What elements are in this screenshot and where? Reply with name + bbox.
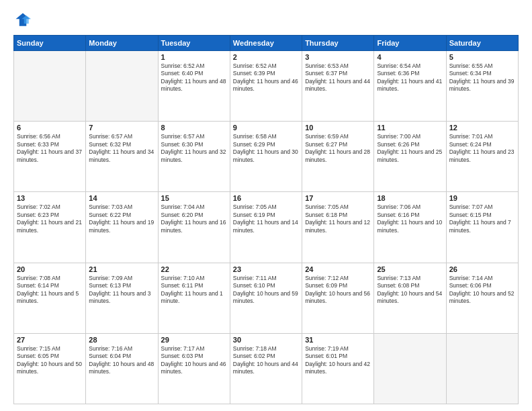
day-cell: 29Sunrise: 7:17 AMSunset: 6:03 PMDayligh…: [158, 333, 230, 404]
week-row-0: 1Sunrise: 6:52 AMSunset: 6:40 PMDaylight…: [14, 51, 519, 122]
day-cell: 7Sunrise: 6:57 AMSunset: 6:32 PMDaylight…: [86, 122, 158, 192]
day-cell: 2Sunrise: 6:52 AMSunset: 6:39 PMDaylight…: [230, 51, 302, 122]
day-cell: [374, 333, 446, 404]
day-info: Sunrise: 6:58 AMSunset: 6:29 PMDaylight:…: [233, 133, 299, 164]
day-info: Sunrise: 6:52 AMSunset: 6:39 PMDaylight:…: [233, 62, 299, 93]
day-cell: 28Sunrise: 7:16 AMSunset: 6:04 PMDayligh…: [86, 333, 158, 404]
day-cell: 19Sunrise: 7:07 AMSunset: 6:15 PMDayligh…: [446, 192, 518, 263]
day-number: 23: [233, 265, 299, 273]
day-number: 4: [377, 53, 443, 61]
day-info: Sunrise: 7:13 AMSunset: 6:08 PMDaylight:…: [377, 275, 443, 306]
day-header-saturday: Saturday: [446, 36, 518, 51]
day-number: 12: [449, 124, 515, 132]
day-info: Sunrise: 7:03 AMSunset: 6:22 PMDaylight:…: [89, 203, 154, 234]
day-info: Sunrise: 7:10 AMSunset: 6:11 PMDaylight:…: [161, 275, 227, 306]
week-row-4: 27Sunrise: 7:15 AMSunset: 6:05 PMDayligh…: [14, 333, 519, 404]
day-info: Sunrise: 6:52 AMSunset: 6:40 PMDaylight:…: [161, 62, 227, 93]
calendar-table: SundayMondayTuesdayWednesdayThursdayFrid…: [13, 35, 519, 404]
week-row-1: 6Sunrise: 6:56 AMSunset: 6:33 PMDaylight…: [14, 122, 519, 192]
day-cell: 16Sunrise: 7:05 AMSunset: 6:19 PMDayligh…: [230, 192, 302, 263]
day-number: 31: [305, 336, 371, 344]
day-cell: 15Sunrise: 7:04 AMSunset: 6:20 PMDayligh…: [158, 192, 230, 263]
day-info: Sunrise: 7:00 AMSunset: 6:26 PMDaylight:…: [377, 133, 443, 164]
day-info: Sunrise: 7:06 AMSunset: 6:16 PMDaylight:…: [377, 203, 443, 234]
day-cell: 3Sunrise: 6:53 AMSunset: 6:37 PMDaylight…: [302, 51, 374, 122]
day-info: Sunrise: 7:17 AMSunset: 6:03 PMDaylight:…: [161, 345, 227, 376]
day-header-friday: Friday: [374, 36, 446, 51]
day-info: Sunrise: 7:08 AMSunset: 6:14 PMDaylight:…: [17, 275, 83, 306]
day-number: 17: [305, 194, 371, 202]
day-cell: 8Sunrise: 6:57 AMSunset: 6:30 PMDaylight…: [158, 122, 230, 192]
day-info: Sunrise: 7:04 AMSunset: 6:20 PMDaylight:…: [161, 203, 227, 234]
day-cell: 10Sunrise: 6:59 AMSunset: 6:27 PMDayligh…: [302, 122, 374, 192]
day-cell: 5Sunrise: 6:55 AMSunset: 6:34 PMDaylight…: [446, 51, 518, 122]
day-cell: 23Sunrise: 7:11 AMSunset: 6:10 PMDayligh…: [230, 263, 302, 333]
day-cell: [446, 333, 518, 404]
day-cell: [86, 51, 158, 122]
day-number: 25: [377, 265, 443, 273]
day-number: 28: [89, 336, 154, 344]
day-cell: 22Sunrise: 7:10 AMSunset: 6:11 PMDayligh…: [158, 263, 230, 333]
day-number: 14: [89, 194, 154, 202]
day-number: 9: [233, 124, 299, 132]
day-number: 3: [305, 53, 371, 61]
day-cell: 18Sunrise: 7:06 AMSunset: 6:16 PMDayligh…: [374, 192, 446, 263]
day-cell: 13Sunrise: 7:02 AMSunset: 6:23 PMDayligh…: [14, 192, 86, 263]
day-number: 24: [305, 265, 371, 273]
day-header-monday: Monday: [86, 36, 158, 51]
day-header-tuesday: Tuesday: [158, 36, 230, 51]
day-cell: 20Sunrise: 7:08 AMSunset: 6:14 PMDayligh…: [14, 263, 86, 333]
day-number: 26: [449, 265, 515, 273]
day-number: 1: [161, 53, 227, 61]
day-info: Sunrise: 7:11 AMSunset: 6:10 PMDaylight:…: [233, 275, 299, 306]
week-row-3: 20Sunrise: 7:08 AMSunset: 6:14 PMDayligh…: [14, 263, 519, 333]
day-cell: 21Sunrise: 7:09 AMSunset: 6:13 PMDayligh…: [86, 263, 158, 333]
day-cell: 30Sunrise: 7:18 AMSunset: 6:02 PMDayligh…: [230, 333, 302, 404]
day-header-thursday: Thursday: [302, 36, 374, 51]
day-number: 20: [17, 265, 83, 273]
day-number: 6: [17, 124, 83, 132]
header-row: SundayMondayTuesdayWednesdayThursdayFrid…: [14, 36, 519, 51]
day-number: 29: [161, 336, 227, 344]
day-number: 13: [17, 194, 83, 202]
day-number: 10: [305, 124, 371, 132]
day-number: 5: [449, 53, 515, 61]
day-cell: 27Sunrise: 7:15 AMSunset: 6:05 PMDayligh…: [14, 333, 86, 404]
logo-icon: [13, 11, 32, 30]
day-number: 27: [17, 336, 83, 344]
day-info: Sunrise: 7:07 AMSunset: 6:15 PMDaylight:…: [449, 203, 515, 234]
page: SundayMondayTuesdayWednesdayThursdayFrid…: [0, 0, 532, 411]
day-cell: 31Sunrise: 7:19 AMSunset: 6:01 PMDayligh…: [302, 333, 374, 404]
day-cell: 14Sunrise: 7:03 AMSunset: 6:22 PMDayligh…: [86, 192, 158, 263]
day-info: Sunrise: 7:15 AMSunset: 6:05 PMDaylight:…: [17, 345, 83, 376]
day-info: Sunrise: 7:05 AMSunset: 6:18 PMDaylight:…: [305, 203, 371, 234]
day-number: 15: [161, 194, 227, 202]
day-info: Sunrise: 7:19 AMSunset: 6:01 PMDaylight:…: [305, 345, 371, 376]
day-info: Sunrise: 7:14 AMSunset: 6:06 PMDaylight:…: [449, 275, 515, 306]
day-header-sunday: Sunday: [14, 36, 86, 51]
day-number: 22: [161, 265, 227, 273]
day-info: Sunrise: 7:09 AMSunset: 6:13 PMDaylight:…: [89, 275, 154, 306]
week-row-2: 13Sunrise: 7:02 AMSunset: 6:23 PMDayligh…: [14, 192, 519, 263]
day-cell: 9Sunrise: 6:58 AMSunset: 6:29 PMDaylight…: [230, 122, 302, 192]
day-number: 21: [89, 265, 154, 273]
day-number: 8: [161, 124, 227, 132]
day-info: Sunrise: 7:18 AMSunset: 6:02 PMDaylight:…: [233, 345, 299, 376]
day-info: Sunrise: 6:57 AMSunset: 6:30 PMDaylight:…: [161, 133, 227, 164]
day-cell: 11Sunrise: 7:00 AMSunset: 6:26 PMDayligh…: [374, 122, 446, 192]
day-cell: 12Sunrise: 7:01 AMSunset: 6:24 PMDayligh…: [446, 122, 518, 192]
header: [13, 11, 519, 30]
day-info: Sunrise: 7:01 AMSunset: 6:24 PMDaylight:…: [449, 133, 515, 164]
day-cell: 25Sunrise: 7:13 AMSunset: 6:08 PMDayligh…: [374, 263, 446, 333]
day-cell: 26Sunrise: 7:14 AMSunset: 6:06 PMDayligh…: [446, 263, 518, 333]
day-number: 7: [89, 124, 154, 132]
day-cell: 1Sunrise: 6:52 AMSunset: 6:40 PMDaylight…: [158, 51, 230, 122]
day-info: Sunrise: 7:05 AMSunset: 6:19 PMDaylight:…: [233, 203, 299, 234]
day-cell: 24Sunrise: 7:12 AMSunset: 6:09 PMDayligh…: [302, 263, 374, 333]
day-info: Sunrise: 6:57 AMSunset: 6:32 PMDaylight:…: [89, 133, 154, 164]
day-info: Sunrise: 6:59 AMSunset: 6:27 PMDaylight:…: [305, 133, 371, 164]
day-info: Sunrise: 6:55 AMSunset: 6:34 PMDaylight:…: [449, 62, 515, 93]
day-info: Sunrise: 6:53 AMSunset: 6:37 PMDaylight:…: [305, 62, 371, 93]
day-info: Sunrise: 7:16 AMSunset: 6:04 PMDaylight:…: [89, 345, 154, 376]
logo: [13, 11, 35, 30]
